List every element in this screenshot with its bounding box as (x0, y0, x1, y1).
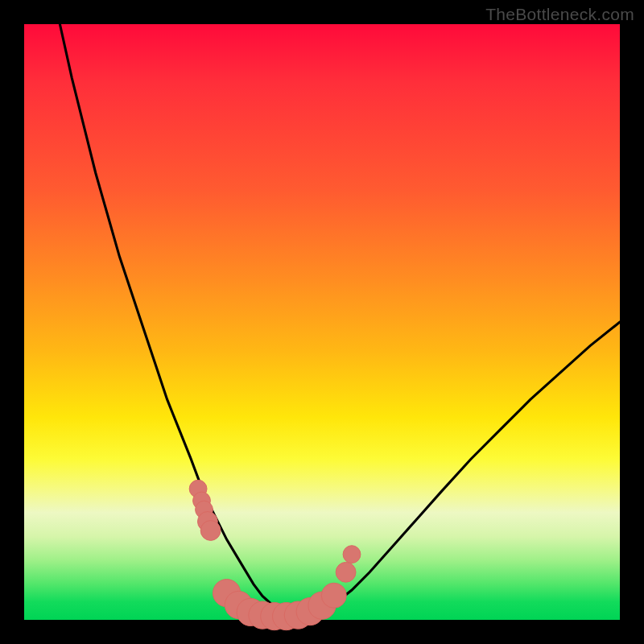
chart-frame: TheBottleneck.com (0, 0, 644, 644)
curve-marker (336, 562, 356, 582)
curve-marker (321, 583, 346, 608)
plot-area (24, 24, 620, 620)
curve-marker (343, 546, 361, 564)
bottleneck-curve (60, 24, 620, 617)
curve-markers (189, 480, 361, 630)
curve-svg (24, 24, 620, 620)
curve-marker (200, 521, 221, 541)
watermark-text: TheBottleneck.com (485, 5, 634, 24)
